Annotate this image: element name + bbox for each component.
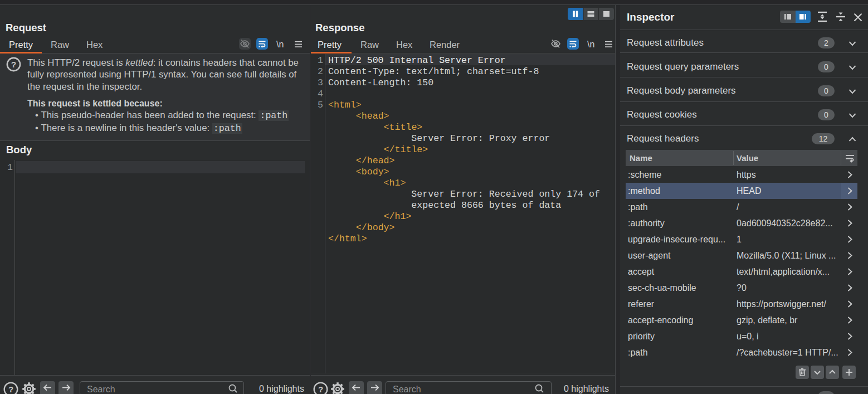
svg-text:?: ?: [8, 385, 13, 394]
svg-text:?: ?: [318, 385, 323, 394]
svg-text:?: ?: [11, 60, 16, 69]
